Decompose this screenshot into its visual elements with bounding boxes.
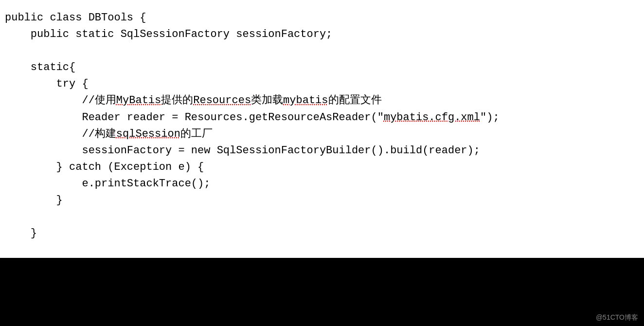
code-line-9: sessionFactory = new SqlSessionFactoryBu… bbox=[5, 143, 639, 159]
code-line-1: public class DBTools { bbox=[5, 10, 639, 26]
code-line-11: e.printStackTrace(); bbox=[5, 176, 639, 192]
code-line-6: //使用MyBatis提供的Resources类加载mybatis的配置文件 bbox=[5, 92, 639, 109]
code-line-3 bbox=[5, 43, 639, 59]
code-block: public class DBTools { public static Sql… bbox=[0, 0, 644, 258]
code-line-12: } bbox=[5, 192, 639, 209]
code-line-10: } catch (Exception e) { bbox=[5, 159, 639, 176]
underline-sqlsession: sqlSession bbox=[116, 128, 180, 140]
code-line-4: static{ bbox=[5, 59, 639, 76]
string-mybatis-cfg: mybatis.cfg.xml bbox=[384, 111, 480, 124]
code-line-2: public static SqlSessionFactory sessionF… bbox=[5, 26, 639, 43]
code-line-7: Reader reader = Resources.getResourceAsR… bbox=[5, 109, 639, 126]
underline-mybatis2: mybatis bbox=[283, 94, 328, 107]
code-line-13 bbox=[5, 209, 639, 225]
code-line-5: try { bbox=[5, 76, 639, 92]
black-bar: @51CTO博客 bbox=[0, 258, 644, 326]
underline-mybatis1: MyBatis bbox=[116, 94, 161, 107]
watermark: @51CTO博客 bbox=[596, 313, 638, 322]
code-line-8: //构建sqlSession的工厂 bbox=[5, 126, 639, 143]
underline-resources: Resources bbox=[193, 94, 251, 107]
code-line-14: } bbox=[5, 225, 639, 242]
